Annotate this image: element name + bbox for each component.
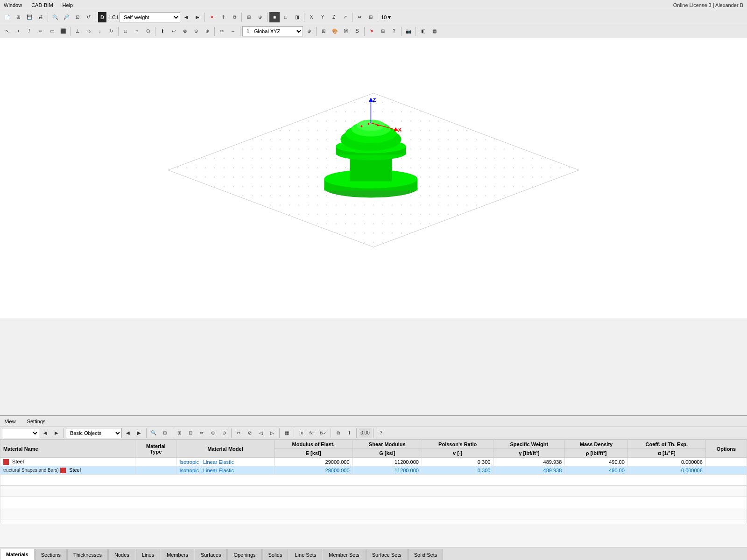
tab-surface-sets[interactable]: Surface Sets — [366, 549, 408, 560]
bt-copy2[interactable]: ⧉ — [333, 428, 343, 438]
zoom-in-button[interactable]: 🔍 — [50, 12, 60, 22]
bt-next2[interactable]: ▶ — [134, 428, 144, 438]
bt-search[interactable]: 🔍 — [148, 428, 159, 438]
bt-formula[interactable]: fx — [296, 428, 306, 438]
circle-button[interactable]: ○ — [132, 26, 142, 36]
move-button[interactable]: ✛ — [218, 12, 228, 22]
rotate-button[interactable]: ↺ — [84, 12, 94, 22]
tab-nodes[interactable]: Nodes — [108, 549, 135, 560]
bt-prev[interactable]: ◀ — [40, 428, 50, 438]
camera-button[interactable]: 📷 — [403, 26, 414, 36]
array-button[interactable]: ⊞ — [366, 12, 376, 22]
polygon-button[interactable]: ⬡ — [143, 26, 153, 36]
material-button[interactable]: M — [341, 26, 351, 36]
bt-filter[interactable]: ⊟ — [160, 428, 170, 438]
tab-thicknesses[interactable]: Thicknesses — [67, 549, 108, 560]
intersect-button[interactable]: ⊗ — [180, 26, 190, 36]
save-button[interactable]: 💾 — [24, 12, 35, 22]
axis-y[interactable]: Y — [317, 12, 328, 22]
axis-iso[interactable]: ↗ — [340, 12, 350, 22]
bt-formula2[interactable]: fx+ — [307, 428, 317, 438]
result-button[interactable]: ⊞ — [378, 26, 388, 36]
print-button[interactable]: 🖨 — [35, 12, 46, 22]
bt-remove[interactable]: ⊟ — [185, 428, 196, 438]
bottom-menu-view[interactable]: View — [2, 418, 19, 425]
table-row-empty[interactable] — [0, 486, 747, 497]
axis-z[interactable]: Z — [329, 12, 339, 22]
menu-help[interactable]: Help — [61, 1, 75, 9]
open-button[interactable]: ⊞ — [13, 12, 23, 22]
help-btn2[interactable]: ? — [389, 26, 399, 36]
shaded-button[interactable]: ◨ — [292, 12, 302, 22]
menu-window[interactable]: Window — [2, 1, 24, 9]
tab-surfaces[interactable]: Surfaces — [195, 549, 227, 560]
viewport[interactable]: Z X — [0, 38, 747, 318]
table-row-empty[interactable] — [0, 475, 747, 486]
node-button[interactable]: • — [13, 26, 23, 36]
copy-button[interactable]: ⧉ — [229, 12, 240, 22]
section-button[interactable]: S — [352, 26, 362, 36]
bt-import[interactable]: ⬆ — [344, 428, 354, 438]
calculate-button[interactable]: ✕ — [366, 26, 377, 36]
display2-button[interactable]: ▦ — [429, 26, 439, 36]
tab-member-sets[interactable]: Member Sets — [323, 549, 365, 560]
table-area[interactable]: Material Name MaterialType Material Mode… — [0, 440, 747, 524]
bt-formula3[interactable]: fx✓ — [318, 428, 329, 438]
snap-button[interactable]: ⊕ — [255, 12, 265, 22]
mirror-button[interactable]: ⇔ — [354, 12, 365, 22]
surface-button[interactable]: ▭ — [47, 26, 57, 36]
grid-button[interactable]: ⊞ — [244, 12, 254, 22]
menu-cad-bim[interactable]: CAD-BIM — [29, 1, 55, 9]
bt-next[interactable]: ▶ — [51, 428, 62, 438]
revolve-button[interactable]: ↩ — [169, 26, 179, 36]
bt-table[interactable]: ▦ — [282, 428, 292, 438]
color-button[interactable]: 🎨 — [330, 26, 340, 36]
fit-button[interactable]: ⊡ — [72, 12, 83, 22]
coord-system-dropdown[interactable]: 1 - Global XYZ — [242, 26, 303, 36]
wire-button[interactable]: □ — [281, 12, 291, 22]
subtract-button[interactable]: ⊖ — [191, 26, 201, 36]
lc-prev[interactable]: ◀ — [181, 12, 191, 22]
bt-cut[interactable]: ✂ — [233, 428, 244, 438]
tab-line-sets[interactable]: Line Sets — [289, 549, 322, 560]
trim-button[interactable]: ✂ — [217, 26, 227, 36]
new-button[interactable]: 📄 — [2, 12, 12, 22]
table-row-empty[interactable] — [0, 508, 747, 519]
bt-edit[interactable]: ✏ — [197, 428, 207, 438]
support-button[interactable]: ⊥ — [72, 26, 83, 36]
bt-right[interactable]: ▷ — [267, 428, 277, 438]
table-row[interactable]: tructural Shapes and Bars) Steel Isotrop… — [0, 466, 747, 475]
objects-dropdown[interactable]: Basic Objects — [66, 428, 122, 438]
tab-lines[interactable]: Lines — [136, 549, 160, 560]
render-button[interactable]: ■ — [269, 12, 280, 22]
bt-num[interactable]: 0.00 — [359, 428, 372, 438]
bottom-menu-settings[interactable]: Settings — [24, 418, 49, 425]
delete-button[interactable]: ✕ — [207, 12, 217, 22]
extrude-button[interactable]: ⬆ — [157, 26, 168, 36]
zoom-out-button[interactable]: 🔎 — [61, 12, 71, 22]
tab-solid-sets[interactable]: Solid Sets — [408, 549, 444, 560]
display-button[interactable]: ⊞ — [318, 26, 329, 36]
table-row[interactable]: Steel Isotropic | Linear Elastic 29000.0… — [0, 458, 747, 466]
union-button[interactable]: ⊕ — [202, 26, 212, 36]
moment-button[interactable]: ↻ — [106, 26, 116, 36]
tab-members[interactable]: Members — [161, 549, 194, 560]
lc-next[interactable]: ▶ — [192, 12, 203, 22]
tab-solids[interactable]: Solids — [262, 549, 289, 560]
load-button[interactable]: ↓ — [95, 26, 105, 36]
tab-materials[interactable]: Materials — [0, 549, 35, 560]
extend-button[interactable]: ↔ — [228, 26, 238, 36]
bt-collapse[interactable]: ⊖ — [219, 428, 229, 438]
solid-button[interactable]: ⬛ — [58, 26, 68, 36]
axis-x[interactable]: X — [306, 12, 317, 22]
bt-cut2[interactable]: ⊘ — [245, 428, 255, 438]
select-button[interactable]: ↖ — [2, 26, 12, 36]
coord-button[interactable]: ⊕ — [304, 26, 314, 36]
line-button[interactable]: / — [24, 26, 35, 36]
bt-add[interactable]: ⊞ — [174, 428, 184, 438]
filter-dropdown[interactable] — [2, 428, 39, 438]
bt-left[interactable]: ◁ — [256, 428, 266, 438]
bt-expand[interactable]: ⊕ — [208, 428, 218, 438]
bt-prev2[interactable]: ◀ — [123, 428, 133, 438]
render-mode-btn[interactable]: ◧ — [418, 26, 428, 36]
